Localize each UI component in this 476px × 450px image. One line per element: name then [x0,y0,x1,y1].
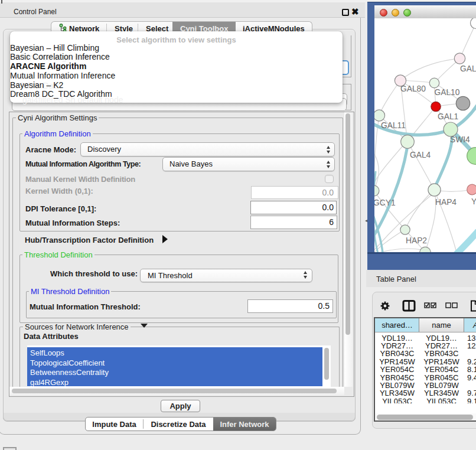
svg-text:GAL1: GAL1 [438,112,458,121]
svg-text:GAL10: GAL10 [435,88,460,97]
svg-text:GAL2: GAL2 [460,64,476,73]
svg-text:HAP2: HAP2 [406,236,427,245]
svg-text:HAP4: HAP4 [435,198,457,207]
svg-text:Y: Y [471,197,476,206]
svg-text:GAL4: GAL4 [410,151,431,159]
svg-text:GAL11: GAL11 [381,121,406,130]
svg-text:GAL80: GAL80 [400,84,426,93]
svg-text:GCY1: GCY1 [374,198,396,207]
svg-text:SWI4: SWI4 [450,135,470,144]
